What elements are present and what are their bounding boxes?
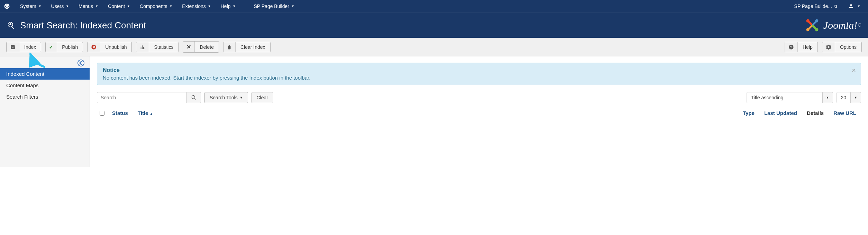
sort-asc-icon: ▲ [149, 112, 153, 116]
trash-icon [223, 42, 236, 52]
toolbar-label: Help [798, 42, 817, 52]
toolbar-label: Publish [57, 42, 83, 52]
chevron-down-icon: ▼ [208, 4, 211, 8]
notice-alert: × Notice No content has been indexed. St… [97, 63, 861, 85]
chevron-down-icon: ▼ [291, 4, 294, 8]
col-status[interactable]: Status [107, 110, 133, 116]
statistics-button[interactable]: Statistics [136, 42, 179, 52]
clear-label: Clear [257, 95, 268, 100]
unpublish-icon [88, 42, 100, 52]
page-title: Smart Search: Indexed Content [20, 20, 146, 31]
close-icon[interactable]: × [852, 66, 856, 74]
options-button[interactable]: Options [822, 42, 862, 52]
publish-button[interactable]: ✔ Publish [45, 42, 83, 52]
nav-components[interactable]: Components▼ [135, 0, 177, 12]
bar-chart-icon [136, 42, 149, 52]
sidebar-item-indexed-content[interactable]: Indexed Content [0, 68, 90, 80]
chevron-down-icon: ▼ [38, 4, 42, 8]
limit-select[interactable]: 20 ▼ [837, 92, 861, 103]
sidebar-item-search-filters[interactable]: Search Filters [0, 91, 90, 102]
clear-index-button[interactable]: Clear Index [223, 42, 271, 52]
zoom-in-icon [7, 21, 15, 29]
chevron-down-icon: ▼ [823, 92, 833, 103]
admin-top-nav: System▼ Users▼ Menus▼ Content▼ Component… [0, 0, 868, 12]
content-area: × Notice No content has been indexed. St… [90, 56, 868, 167]
help-button[interactable]: ? Help [785, 42, 818, 52]
sidebar-collapse-icon[interactable] [77, 59, 85, 67]
clear-button[interactable]: Clear [252, 92, 273, 103]
sidebar: Indexed Content Content Maps Search Filt… [0, 56, 90, 167]
select-all-checkbox[interactable] [97, 111, 107, 116]
search-submit-button[interactable] [187, 92, 201, 103]
index-button[interactable]: Index [6, 42, 41, 52]
archive-icon [7, 42, 19, 52]
trademark-symbol: ® [858, 23, 861, 28]
search-tools-label: Search Tools [210, 95, 238, 100]
toolbar-label: Delete [195, 42, 218, 52]
x-icon: ✕ [183, 42, 195, 52]
order-select[interactable]: Title ascending ▼ [747, 92, 833, 103]
nav-system[interactable]: System▼ [15, 0, 46, 12]
chevron-down-icon: ▼ [851, 92, 861, 103]
nav-help[interactable]: Help▼ [216, 0, 241, 12]
chevron-down-icon: ▼ [857, 4, 860, 8]
col-details: Details [802, 110, 829, 116]
svg-point-2 [806, 28, 809, 31]
col-title[interactable]: Title▲ [133, 110, 158, 116]
toolbar-label: Statistics [149, 42, 178, 52]
notice-heading: Notice [103, 67, 855, 73]
nav-users[interactable]: Users▼ [46, 0, 74, 12]
brand-text: Joomla! [823, 19, 857, 31]
col-raw-url[interactable]: Raw URL [829, 110, 861, 116]
table-header-row: Status Title▲ Type Last Updated Details … [97, 108, 861, 118]
search-box [97, 92, 201, 103]
chevron-down-icon: ▼ [127, 4, 130, 8]
nav-user-menu[interactable]: ▼ [842, 0, 865, 12]
nav-content[interactable]: Content▼ [103, 0, 135, 12]
toolbar-label: Unpublish [100, 42, 131, 52]
search-tools-button[interactable]: Search Tools ▼ [204, 92, 248, 103]
search-icon [191, 95, 197, 100]
external-link-icon: ⧉ [834, 4, 837, 9]
col-type[interactable]: Type [738, 110, 759, 116]
notice-body: No content has been indexed. Start the i… [103, 75, 855, 81]
search-input[interactable] [97, 92, 187, 103]
toolbar-label: Clear Index [236, 42, 270, 52]
delete-button[interactable]: ✕ Delete [183, 41, 219, 53]
svg-point-0 [806, 19, 809, 22]
svg-text:?: ? [790, 45, 792, 49]
svg-point-7 [78, 60, 84, 66]
nav-sp-page-builder[interactable]: SP Page Builder▼ [249, 0, 299, 12]
chevron-down-icon: ▼ [95, 4, 98, 8]
svg-point-3 [815, 28, 818, 31]
joomla-icon[interactable] [3, 2, 11, 10]
chevron-down-icon: ▼ [240, 96, 243, 99]
nav-extensions[interactable]: Extensions▼ [177, 0, 216, 12]
question-icon: ? [785, 42, 798, 52]
chevron-down-icon: ▼ [233, 4, 236, 8]
toolbar-label: Index [19, 42, 41, 52]
limit-selected-value: 20 [837, 92, 851, 103]
chevron-down-icon: ▼ [66, 4, 69, 8]
nav-frontend-link[interactable]: SP Page Builde...⧉ [789, 0, 842, 12]
check-icon: ✔ [46, 42, 57, 52]
user-icon [847, 4, 855, 9]
main-area: Indexed Content Content Maps Search Filt… [0, 56, 868, 167]
col-last-updated[interactable]: Last Updated [759, 110, 802, 116]
unpublish-button[interactable]: Unpublish [87, 42, 132, 52]
svg-point-1 [815, 19, 818, 22]
action-toolbar: Index ✔ Publish Unpublish Statistics ✕ D… [0, 38, 868, 56]
page-header: Smart Search: Indexed Content Joomla!® [0, 12, 868, 38]
chevron-down-icon: ▼ [169, 4, 172, 8]
nav-menus[interactable]: Menus▼ [74, 0, 103, 12]
joomla-logo: Joomla!® [805, 18, 861, 33]
sidebar-item-content-maps[interactable]: Content Maps [0, 80, 90, 91]
filter-bar: Search Tools ▼ Clear Title ascending ▼ 2… [97, 92, 861, 103]
order-selected-value: Title ascending [747, 92, 823, 103]
toolbar-label: Options [835, 42, 861, 52]
gear-icon [822, 42, 835, 52]
